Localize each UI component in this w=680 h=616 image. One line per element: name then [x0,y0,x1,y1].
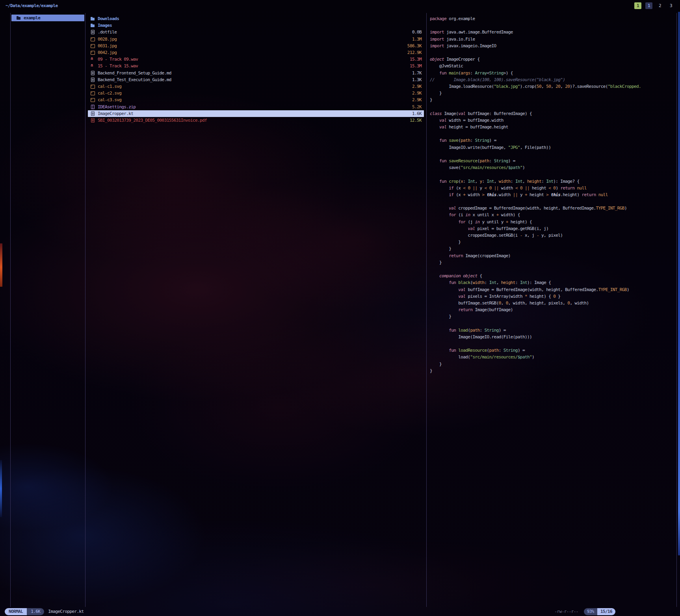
image-icon [90,43,95,48]
code-line: return Image(croppedImage) [430,252,676,259]
code-line: package org.example [430,15,676,22]
code-line: load("src/main/resources/$path") [430,354,676,360]
parent-dir-name: example [24,15,40,20]
code-line: if (x < 0 || y < 0 || width < 0 || heigh… [430,185,676,191]
file-size: 15.3M [406,63,422,69]
code-line: ImageIO.write(buffImage, "JPG", File(pat… [430,144,676,151]
file-row[interactable]: cal-c3.svg2.9K [88,96,424,103]
file-size: 1.3M [408,37,422,42]
file-name: cal-c3.svg [98,97,121,102]
file-name: Downloads [98,16,119,21]
file-size: 586.3K [403,43,422,48]
file-size: 0.0B [408,30,422,35]
file-row[interactable]: 09 - Track 09.wav15.3M [88,56,424,63]
file-row[interactable]: 15 - Track 15.wav15.3M [88,63,424,69]
file-row[interactable]: 0042.jpg212.9K [88,49,424,56]
file-row[interactable]: Backend_Test_Execution_Guide.md1.3K [88,76,424,83]
image-icon [90,84,95,89]
code-line [430,151,676,158]
file-row[interactable]: .dotfile0.0B [88,29,424,35]
file-name: 0031.jpg [98,43,117,48]
file-row[interactable]: cal-c1.svg2.9K [88,83,424,90]
file-size: 1.3K [408,77,422,82]
code-line: } [430,90,676,96]
file-size: 5.2K [408,104,422,109]
tab-1[interactable]: 1 [634,2,641,9]
file-name: Images [98,23,112,28]
code-line: val pixel = buffImage.getRGB(i, j) [430,225,676,232]
file-name: 0028.jpg [98,37,117,42]
file-row[interactable]: Images [88,22,424,29]
wallpaper-edge-orange [0,243,2,287]
file-row[interactable]: ImageCropper.kt1.6K [88,110,424,117]
archive-icon [90,104,95,109]
file-name: cal-c2.svg [98,91,121,96]
code-line: } [430,361,676,367]
code-line: object ImageCropper { [430,56,676,63]
file-row[interactable]: IDEAsettings.zip5.2K [88,103,424,110]
code-line [430,130,676,137]
code-line: Image(ImageIO.read(File(path))) [430,334,676,340]
file-name: .dotfile [98,30,117,35]
code-line: fun saveResource(path: String) = [430,158,676,164]
code-line [430,340,676,347]
file-name: Backend_Test_Execution_Guide.md [98,77,171,82]
cursor-position: 15/16 [597,608,615,615]
code-line: } [430,367,676,374]
code-line: } [430,245,676,252]
code-line: fun main(args: Array<String>) { [430,70,676,76]
file-name: 09 - Track 09.wav [98,57,138,62]
file-name: SBI_0032013739_2023_DE05_0003155631Invoi… [98,118,207,123]
file-name: cal-c1.svg [98,84,121,89]
tab-4[interactable]: 3 [667,2,674,9]
file-row[interactable]: Backend_Frontend_Setup_Guide.md1.7K [88,70,424,76]
file-size: 15.3M [406,57,422,62]
file-row[interactable]: 0031.jpg586.3K [88,43,424,49]
tab-3[interactable]: 2 [656,2,663,9]
file-row[interactable]: cal-c2.svg2.9K [88,90,424,96]
code-line: val croppedImage = BufferedImage(width, … [430,205,676,212]
code-line: fun loadResource(path: String) = [430,347,676,354]
file-size: 212.9K [403,50,422,55]
code-line [430,320,676,327]
code-line: for (j in y until y + height) { [430,219,676,225]
breadcrumb-path: ~/Data/example/example [6,3,58,8]
wallpaper-edge-blue-left [0,460,2,517]
file-size: 2.9K [408,84,422,89]
code-line: croppedImage.setRGB(i - x, j - y, pixel) [430,232,676,239]
code-line [430,22,676,29]
code-line: val height = buffImage.height [430,124,676,130]
wallpaper-edge-blue-right [678,12,680,555]
scroll-percent: 93% [584,608,597,615]
audio-icon [90,57,95,62]
code-line: return Image(buffImage) [430,306,676,313]
file-size-indicator: 1.6K [27,608,44,615]
top-bar: ~/Data/example/example 1123 [0,0,680,12]
image-icon [90,37,95,42]
file-size: 1.6K [408,111,422,116]
file-name: 15 - Track 15.wav [98,63,138,69]
code-line: Image.loadResource("black.jpg").crop(50,… [430,83,676,90]
code-line [430,103,676,110]
markdown-icon [90,71,95,76]
file-row[interactable]: Downloads [88,15,424,22]
code-line: companion object { [430,273,676,279]
preview-pane[interactable]: package org.example import java.awt.imag… [427,13,677,607]
code-line: fun crop(x: Int, y: Int, width: Int, hei… [430,178,676,185]
folder-icon [90,23,95,28]
code-line: save("src/main/resources/$path") [430,164,676,171]
code-line: } [430,313,676,320]
file-permissions: -rw-r--r-- [555,609,578,614]
file-name: ImageCropper.kt [98,111,133,116]
file-row[interactable]: SBI_0032013739_2023_DE05_0003155631Invoi… [88,117,424,124]
code-preview: package org.example import java.awt.imag… [427,13,676,374]
parent-dir-item[interactable]: example [11,15,84,21]
file-size: 12.5K [406,118,422,123]
code-line: fun black(width: Int, height: Int): Imag… [430,279,676,286]
code-line: val width = buffImage.width [430,117,676,124]
file-row[interactable]: 0028.jpg1.3M [88,36,424,43]
file-list: DownloadsImages.dotfile0.0B0028.jpg1.3M0… [85,13,426,124]
file-name: 0042.jpg [98,50,117,55]
tab-2[interactable]: 1 [645,2,652,9]
image-icon [90,97,95,102]
